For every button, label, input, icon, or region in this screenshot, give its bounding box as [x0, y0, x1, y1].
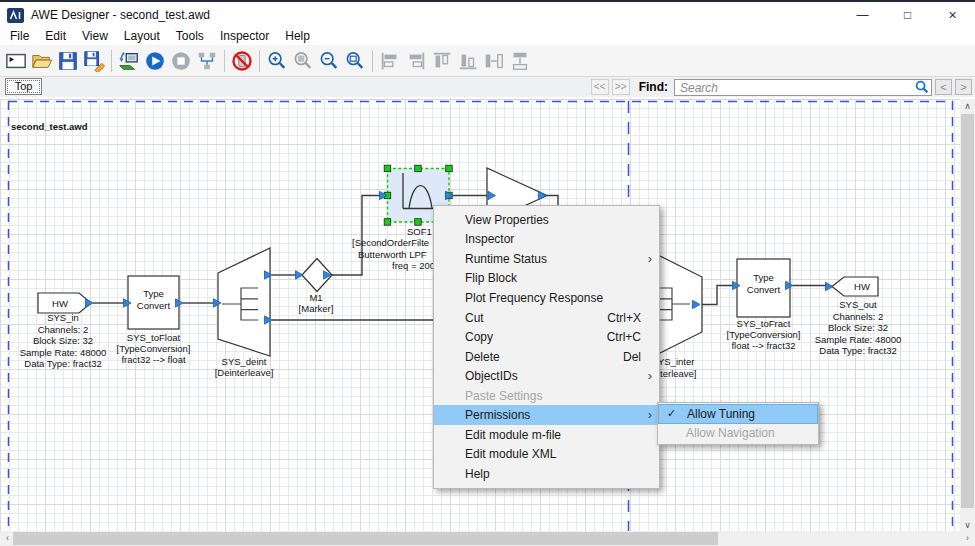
- vertical-scroll-thumb[interactable]: [961, 114, 974, 508]
- save-file-as-icon[interactable]: [81, 48, 107, 74]
- new-design-icon[interactable]: [3, 48, 29, 74]
- find-label: Find:: [639, 80, 668, 94]
- app-window: AWE Designer - second_test.awd — □ × Fil…: [0, 0, 975, 546]
- minimize-button[interactable]: —: [840, 2, 885, 28]
- block-hw-out[interactable]: HW: [832, 277, 878, 296]
- search-input[interactable]: [674, 79, 932, 96]
- menu-view[interactable]: View: [74, 28, 116, 45]
- horizontal-scrollbar[interactable]: ‹ ›: [0, 531, 975, 546]
- menu-help[interactable]: Help: [277, 28, 318, 45]
- open-file-icon[interactable]: [29, 48, 55, 74]
- menu-item-copy[interactable]: CopyCtrl+C: [434, 327, 659, 347]
- menu-tools[interactable]: Tools: [168, 28, 212, 45]
- maximize-button[interactable]: □: [885, 2, 930, 28]
- zoom-out-icon[interactable]: [316, 48, 342, 74]
- find-prev-button[interactable]: <: [935, 79, 952, 95]
- menu-file[interactable]: File: [2, 28, 37, 45]
- context-menu: View Properties Inspector Runtime Status…: [433, 205, 660, 489]
- distribute-horizontal-icon[interactable]: [481, 48, 507, 74]
- pin: [539, 191, 547, 199]
- align-bottom-icon[interactable]: [455, 48, 481, 74]
- no-hardware-icon[interactable]: [229, 48, 255, 74]
- svg-text:Convert: Convert: [747, 284, 781, 295]
- menu-item-edit-module-m-file[interactable]: Edit module m-file: [434, 425, 659, 445]
- submenu-arrow-icon: ›: [648, 371, 652, 381]
- svg-text:Butterworth LPF: Butterworth LPF: [358, 249, 427, 260]
- menu-item-help[interactable]: Help: [434, 464, 659, 484]
- zoom-in-icon[interactable]: [264, 48, 290, 74]
- block-type-convert-out[interactable]: Type Convert: [737, 259, 790, 317]
- find-bar: << >> Find: < >: [591, 78, 972, 96]
- menu-item-edit-module-xml[interactable]: Edit module XML: [434, 445, 659, 465]
- find-next-button[interactable]: >: [955, 79, 972, 95]
- menubar: File Edit View Layout Tools Inspector He…: [0, 28, 975, 45]
- block-type-convert-in[interactable]: Type Convert: [128, 276, 179, 329]
- scroll-up-icon[interactable]: ∧: [960, 99, 975, 114]
- svg-text:freq = 200: freq = 200: [392, 260, 435, 271]
- toolbar-separator: [111, 50, 112, 72]
- menu-edit[interactable]: Edit: [37, 28, 74, 45]
- tab-bar: Top << >> Find: < >: [0, 77, 975, 97]
- svg-text:Channels: 2: Channels: 2: [833, 311, 884, 322]
- block-deinterleave-caption: SYS_deint [Deinterleave]: [215, 356, 274, 379]
- vertical-scrollbar[interactable]: ∧ ∨: [960, 99, 975, 533]
- close-button[interactable]: ×: [930, 2, 975, 28]
- titlebar[interactable]: AWE Designer - second_test.awd — □ ×: [0, 2, 975, 28]
- zoom-fit-icon[interactable]: [342, 48, 368, 74]
- block-marker-m1-caption: M1 [Marker]: [299, 292, 334, 315]
- pin: [296, 271, 304, 279]
- svg-text:Block Size: 32: Block Size: 32: [33, 335, 93, 346]
- shortcut-label: Ctrl+X: [607, 311, 652, 325]
- svg-text:Block Size: 32: Block Size: 32: [828, 322, 888, 333]
- find-prev-all-button[interactable]: <<: [591, 79, 609, 95]
- menu-item-permissions[interactable]: Permissions›: [434, 405, 659, 425]
- svg-text:[SecondOrderFilte: [SecondOrderFilte: [352, 237, 429, 248]
- svg-text:[Deinterleave]: [Deinterleave]: [215, 367, 274, 378]
- menu-inspector[interactable]: Inspector: [212, 28, 277, 45]
- menu-item-plot-frequency-response[interactable]: Plot Frequency Response: [434, 288, 659, 308]
- svg-text:fract32 --> float: fract32 --> float: [121, 354, 186, 365]
- awe-logo-icon: [7, 8, 24, 23]
- propagate-changes-icon[interactable]: [194, 48, 220, 74]
- play-icon[interactable]: [142, 48, 168, 74]
- svg-text:HW: HW: [52, 298, 68, 309]
- svg-text:SYS_toFract: SYS_toFract: [737, 318, 791, 329]
- svg-text:HW: HW: [854, 281, 870, 292]
- block-hw-out-caption: SYS_out Channels: 2 Block Size: 32 Sampl…: [815, 299, 902, 356]
- menu-item-flip-block[interactable]: Flip Block: [434, 269, 659, 289]
- block-deinterleave[interactable]: [218, 248, 270, 356]
- find-next-all-button[interactable]: >>: [612, 79, 630, 95]
- svg-text:Channels: 2: Channels: 2: [38, 324, 89, 335]
- search-icon: [915, 80, 929, 94]
- wire[interactable]: [331, 196, 380, 276]
- checkmark-icon: ✓: [667, 407, 676, 420]
- pin: [826, 282, 834, 290]
- align-right-icon[interactable]: [403, 48, 429, 74]
- svg-text:Sample Rate: 48000: Sample Rate: 48000: [20, 347, 107, 358]
- submenu-item-allow-tuning[interactable]: ✓ Allow Tuning: [658, 404, 818, 424]
- wire[interactable]: [700, 286, 733, 305]
- horizontal-scroll-thumb[interactable]: [13, 532, 718, 545]
- menu-item-inspector[interactable]: Inspector: [434, 230, 659, 250]
- build-and-connect-icon[interactable]: [116, 48, 142, 74]
- menu-item-cut[interactable]: CutCtrl+X: [434, 308, 659, 328]
- zoom-actual-icon[interactable]: [290, 48, 316, 74]
- menu-item-view-properties[interactable]: View Properties: [434, 210, 659, 230]
- menu-layout[interactable]: Layout: [116, 28, 168, 45]
- window-title: AWE Designer - second_test.awd: [31, 8, 210, 22]
- distribute-vertical-icon[interactable]: [507, 48, 533, 74]
- svg-text:SYS_in: SYS_in: [47, 312, 79, 323]
- tab-top[interactable]: Top: [5, 78, 42, 95]
- menu-item-runtime-status[interactable]: Runtime Status›: [434, 249, 659, 269]
- menu-item-objectids[interactable]: ObjectIDs›: [434, 366, 659, 386]
- block-hw-in[interactable]: HW: [38, 293, 91, 313]
- svg-text:SYS_out: SYS_out: [839, 299, 877, 310]
- menu-item-paste-settings: Paste Settings: [434, 386, 659, 406]
- menu-item-delete[interactable]: DeleteDel: [434, 347, 659, 367]
- save-file-icon[interactable]: [55, 48, 81, 74]
- scroll-right-icon[interactable]: ›: [960, 531, 975, 546]
- stop-icon[interactable]: [168, 48, 194, 74]
- align-left-icon[interactable]: [377, 48, 403, 74]
- submenu-arrow-icon: ›: [648, 410, 652, 420]
- align-top-icon[interactable]: [429, 48, 455, 74]
